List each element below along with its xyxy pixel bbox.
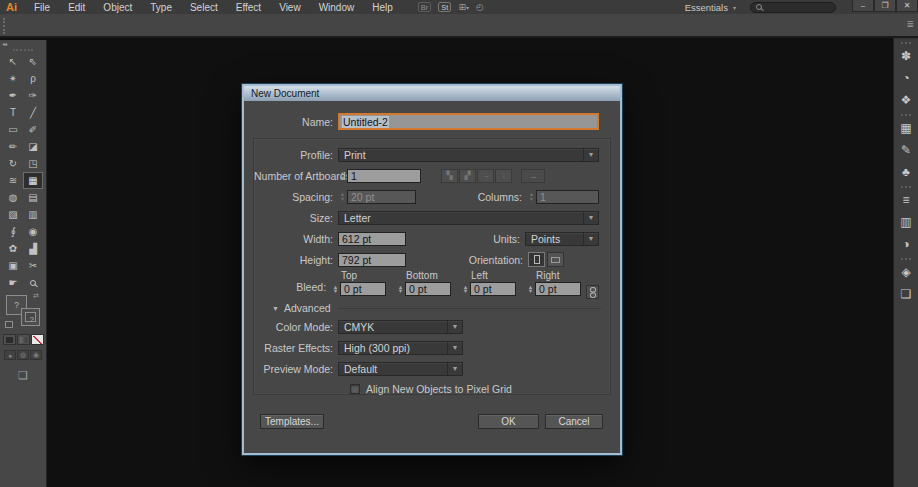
stroke-color-proxy[interactable]: ? <box>21 308 40 326</box>
align-pixel-grid-checkbox[interactable] <box>350 384 360 394</box>
width-tool[interactable]: ≋ <box>3 172 23 189</box>
type-tool[interactable]: T <box>3 104 23 121</box>
eyedropper-tool[interactable]: ∮ <box>3 223 23 240</box>
line-segment-tool[interactable]: ╱ <box>23 104 43 121</box>
scale-tool[interactable]: ◳ <box>23 155 43 172</box>
draw-behind-icon[interactable]: ◍ <box>17 350 29 360</box>
panel-group-grip[interactable] <box>901 114 911 116</box>
lasso-tool[interactable]: ρ <box>23 70 43 87</box>
brushes-panel-icon[interactable]: ✎ <box>894 139 918 161</box>
pen-tool[interactable]: ✒ <box>3 87 23 104</box>
color-panel-icon[interactable]: ✽ <box>894 45 918 67</box>
stock-button[interactable]: St <box>438 2 451 12</box>
bleed-top-input[interactable]: 0 pt <box>340 282 386 296</box>
symbol-sprayer-tool[interactable]: ✿ <box>3 240 23 257</box>
mesh-tool[interactable]: ▤ <box>23 189 43 206</box>
size-select[interactable]: Letter ▼ <box>338 211 599 225</box>
close-button[interactable]: ✕ <box>896 0 918 12</box>
dialog-titlebar[interactable]: New Document <box>244 86 620 101</box>
anchor-point-tool[interactable]: ✑ <box>23 87 43 104</box>
menu-select[interactable]: Select <box>181 2 227 13</box>
perspective-grid-tool[interactable]: ▦ <box>23 172 43 189</box>
panel-group-grip[interactable] <box>901 42 911 44</box>
ok-button[interactable]: OK <box>478 414 539 429</box>
artboards-panel-icon[interactable]: ❏ <box>894 283 918 305</box>
screen-mode-icon[interactable]: ❏ <box>0 369 46 382</box>
swap-fill-stroke-icon[interactable]: ⇄ <box>33 292 39 300</box>
menu-view[interactable]: View <box>270 2 310 13</box>
menu-type[interactable]: Type <box>141 2 181 13</box>
color-themes-panel-icon[interactable]: ❖ <box>894 89 918 111</box>
menu-edit[interactable]: Edit <box>59 2 94 13</box>
bridge-button[interactable]: Br <box>418 2 432 12</box>
minimize-button[interactable]: – <box>852 0 874 12</box>
height-input[interactable]: 792 pt <box>338 253 406 267</box>
grid-by-row-icon[interactable]: ▚ <box>441 169 458 183</box>
cancel-button[interactable]: Cancel <box>545 414 603 429</box>
arrange-by-column-icon[interactable]: ↓ <box>495 169 512 183</box>
spacing-input[interactable]: 20 pt <box>347 190 416 204</box>
bleed-bottom-input[interactable]: 0 pt <box>405 282 451 296</box>
arrange-by-row-icon[interactable]: → <box>477 169 494 183</box>
color-mode-select[interactable]: CMYK ▼ <box>338 320 463 334</box>
artboards-stepper[interactable]: ▲▼ <box>338 171 347 180</box>
artboards-input[interactable]: 1 <box>347 169 421 183</box>
layers-panel-icon[interactable]: ◈ <box>894 261 918 283</box>
shape-builder-tool[interactable]: ◍ <box>3 189 23 206</box>
draw-normal-icon[interactable]: ● <box>4 350 16 360</box>
paintbrush-tool[interactable]: ✐ <box>23 121 43 138</box>
swatches-panel-icon[interactable]: ▦ <box>894 117 918 139</box>
blend-tool[interactable]: ◉ <box>23 223 43 240</box>
menu-window[interactable]: Window <box>310 2 364 13</box>
spacing-stepper[interactable]: ▲▼ <box>338 192 347 201</box>
color-guide-panel-icon[interactable]: ◔ <box>894 67 918 89</box>
templates-button[interactable]: Templates... <box>260 414 324 429</box>
preview-mode-select[interactable]: Default ▼ <box>338 362 463 376</box>
units-select[interactable]: Points ▼ <box>525 232 599 246</box>
tools-collapse-icon[interactable]: ◂◂ <box>0 40 46 48</box>
panel-group-grip[interactable] <box>901 186 911 188</box>
selection-tool[interactable]: ↖ <box>3 53 23 70</box>
color-button[interactable] <box>3 334 16 345</box>
name-input[interactable]: Untitled-2 <box>338 113 599 130</box>
bleed-bottom-stepper[interactable]: ▲▼ <box>396 285 405 294</box>
none-button[interactable] <box>31 334 44 345</box>
restore-button[interactable]: ❐ <box>874 0 896 12</box>
gradient-tool[interactable]: ▥ <box>23 206 43 223</box>
rotate-tool[interactable]: ↻ <box>3 155 23 172</box>
search-input[interactable] <box>750 2 836 13</box>
menu-object[interactable]: Object <box>94 2 141 13</box>
eraser-tool[interactable]: ◪ <box>23 138 43 155</box>
artboard-tool[interactable]: ▣ <box>3 257 23 274</box>
bleed-right-stepper[interactable]: ▲▼ <box>526 285 535 294</box>
grid-by-column-icon[interactable]: ▞ <box>459 169 476 183</box>
bleed-link-icon[interactable] <box>586 285 599 299</box>
panel-group-grip[interactable] <box>901 258 911 260</box>
symbols-panel-icon[interactable]: ♣ <box>894 161 918 183</box>
cs-live-icon[interactable]: ◴ <box>476 2 484 12</box>
orientation-landscape-button[interactable] <box>547 252 564 267</box>
orientation-portrait-button[interactable] <box>528 252 545 267</box>
transparency-panel-icon[interactable]: ◑ <box>894 233 918 255</box>
menu-effect[interactable]: Effect <box>227 2 270 13</box>
advanced-toggle[interactable]: ▼ Advanced <box>254 300 610 316</box>
stroke-panel-icon[interactable]: ≡ <box>894 189 918 211</box>
workspace-switcher[interactable]: Essentials ▾ <box>685 2 736 13</box>
live-paint-bucket-tool[interactable]: ▨ <box>3 206 23 223</box>
gradient-panel-icon[interactable]: ▥ <box>894 211 918 233</box>
draw-inside-icon[interactable]: ◉ <box>30 350 42 360</box>
columns-input[interactable]: 1 <box>536 190 599 204</box>
gradient-button[interactable] <box>17 334 30 345</box>
slice-tool[interactable]: ✂ <box>23 257 43 274</box>
magic-wand-tool[interactable]: ✴ <box>3 70 23 87</box>
raster-effects-select[interactable]: High (300 ppi) ▼ <box>338 341 463 355</box>
width-input[interactable]: 612 pt <box>338 232 406 246</box>
columns-stepper[interactable]: ▲▼ <box>527 192 536 201</box>
bleed-right-input[interactable]: 0 pt <box>535 282 581 296</box>
menu-file[interactable]: File <box>25 2 59 13</box>
arrange-documents-icon[interactable]: ⊞▾ <box>458 2 469 12</box>
arrange-direction-button[interactable]: → <box>521 169 545 183</box>
column-graph-tool[interactable]: ▟ <box>23 240 43 257</box>
bleed-left-stepper[interactable]: ▲▼ <box>461 285 470 294</box>
profile-select[interactable]: Print ▼ <box>338 148 599 162</box>
